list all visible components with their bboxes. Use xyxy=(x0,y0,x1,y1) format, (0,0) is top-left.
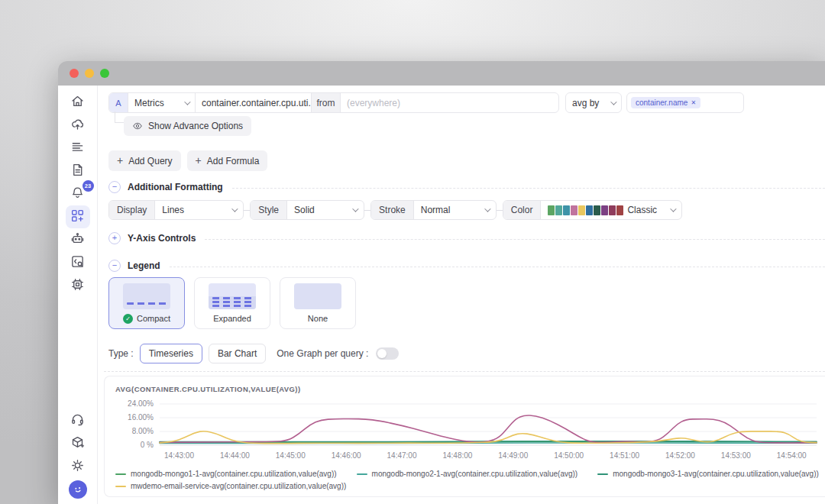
chart-legend: mongodb-mongo1-1-avg(container.cpu.utili… xyxy=(115,470,825,490)
svg-text:14:46:00: 14:46:00 xyxy=(332,451,361,460)
eye-icon xyxy=(132,121,143,131)
legend-item[interactable]: mwdemo-email-service-avg(container.cpu.u… xyxy=(115,482,346,490)
legend-option-none[interactable]: None xyxy=(280,277,356,329)
stroke-select[interactable]: Normal xyxy=(414,205,496,215)
connector-line xyxy=(497,210,503,211)
collapse-icon[interactable] xyxy=(108,181,121,193)
plus-icon xyxy=(196,155,202,166)
type-barchart-button[interactable]: Bar Chart xyxy=(209,344,266,363)
stroke-control: Stroke Normal xyxy=(370,200,497,220)
user-avatar xyxy=(69,480,87,499)
chart-title: AVG(CONTAINER.CPU.UTILIZATION,VALUE(AVG)… xyxy=(115,385,825,393)
yaxis-controls-header: Y-Axis Controls xyxy=(108,232,825,244)
legend-option-compact[interactable]: Compact xyxy=(108,277,185,329)
palette-swatch xyxy=(578,205,585,215)
color-control: Color Classic xyxy=(503,200,683,220)
filter-input[interactable]: (everywhere) xyxy=(341,93,558,112)
close-window-button[interactable] xyxy=(70,69,79,78)
sidebar-item-infrastructure[interactable] xyxy=(66,114,90,137)
from-label: from xyxy=(312,93,341,112)
aggregation-select[interactable]: avg by xyxy=(565,92,622,113)
sidebar-item-alerts[interactable]: 23 xyxy=(66,183,90,205)
svg-text:0 %: 0 % xyxy=(141,441,154,449)
sidebar-item-integrations[interactable] xyxy=(66,432,90,455)
svg-text:14:45:00: 14:45:00 xyxy=(276,451,306,460)
metric-input[interactable]: container.container.cpu.uti... xyxy=(196,93,312,112)
palette-swatch xyxy=(571,205,578,215)
remove-tag-icon[interactable]: ✕ xyxy=(691,99,696,106)
one-graph-per-query-toggle[interactable] xyxy=(376,347,399,360)
color-select[interactable]: Classic xyxy=(541,205,681,215)
sidebar-item-dashboard-builder[interactable] xyxy=(66,205,90,228)
zoom-window-button[interactable] xyxy=(100,69,109,78)
timeseries-plot: 24.00%16.00%8.00%0 %14:43:0014:44:0014:4… xyxy=(115,396,824,464)
headset-icon xyxy=(70,412,85,430)
chevron-down-icon xyxy=(610,99,616,105)
sidebar-item-bot[interactable] xyxy=(66,228,90,251)
sidebar-item-home[interactable] xyxy=(66,91,90,114)
sidebar-item-settings[interactable] xyxy=(66,455,90,478)
code-search-icon xyxy=(70,254,85,272)
sidebar-item-support[interactable] xyxy=(66,409,90,432)
package-icon xyxy=(70,435,85,453)
minimize-window-button[interactable] xyxy=(85,69,94,78)
color-palette xyxy=(548,205,624,215)
app-window: 23 xyxy=(58,61,825,504)
show-advance-options-button[interactable]: Show Advance Options xyxy=(124,116,251,136)
divider xyxy=(232,188,825,189)
palette-swatch xyxy=(616,205,623,215)
svg-text:14:53:00: 14:53:00 xyxy=(721,451,751,460)
chevron-down-icon xyxy=(671,205,677,212)
legend-dash xyxy=(115,486,126,487)
chart-card: AVG(CONTAINER.CPU.UTILIZATION,VALUE(AVG)… xyxy=(104,376,825,497)
svg-text:14:48:00: 14:48:00 xyxy=(442,451,472,460)
connector-line xyxy=(244,210,250,211)
svg-text:24.00%: 24.00% xyxy=(128,399,154,408)
divider xyxy=(205,239,825,240)
sidebar-item-code-search[interactable] xyxy=(66,251,90,274)
legend-dash xyxy=(357,473,367,475)
gear-icon xyxy=(70,458,85,476)
log-lines-icon xyxy=(70,140,85,157)
expand-icon[interactable] xyxy=(108,232,121,244)
palette-swatch xyxy=(548,205,555,215)
divider xyxy=(170,267,825,267)
legend-option-expanded[interactable]: Expanded xyxy=(194,277,270,329)
sidebar-item-logs[interactable] xyxy=(66,137,90,160)
additional-formatting-header: Additional Formatting xyxy=(108,181,825,193)
legend-none-thumbnail xyxy=(294,283,341,309)
legend-expanded-thumbnail xyxy=(209,283,256,309)
desktop-background: 23 xyxy=(0,0,825,504)
check-icon xyxy=(123,314,133,324)
sidebar-item-chip[interactable] xyxy=(66,274,90,297)
add-formula-button[interactable]: Add Formula xyxy=(187,150,268,171)
sidebar-item-reports[interactable] xyxy=(66,160,90,183)
collapse-icon[interactable] xyxy=(108,260,121,272)
document-icon xyxy=(70,163,85,180)
add-query-button[interactable]: Add Query xyxy=(108,150,181,171)
dashboard-builder-icon xyxy=(70,208,85,226)
sidebar-item-account[interactable] xyxy=(66,478,90,501)
legend-item[interactable]: mongodb-mongo1-1-avg(container.cpu.utili… xyxy=(115,470,337,478)
type-timeseries-button[interactable]: Timeseries xyxy=(140,344,202,363)
palette-swatch xyxy=(609,205,616,215)
style-select[interactable]: Solid xyxy=(287,205,364,215)
sidebar: 23 xyxy=(58,86,98,504)
legend-item[interactable]: mongodb-mongo2-1-avg(container.cpu.utili… xyxy=(357,470,578,478)
svg-text:14:44:00: 14:44:00 xyxy=(220,451,250,460)
cloud-upload-icon xyxy=(70,117,85,134)
svg-text:8.00%: 8.00% xyxy=(132,427,154,435)
divider xyxy=(104,371,825,372)
dashboard-builder-panel: A Metrics container.container.cpu.uti...… xyxy=(98,86,825,504)
palette-swatch xyxy=(586,205,593,215)
group-by-field[interactable]: container.name ✕ xyxy=(626,92,744,113)
legend-dash xyxy=(597,473,608,475)
legend-item[interactable]: mongodb-mongo3-1-avg(container.cpu.utili… xyxy=(597,470,819,478)
style-control: Style Solid xyxy=(250,200,364,220)
query-row: A Metrics container.container.cpu.uti...… xyxy=(108,92,825,113)
datasource-select[interactable]: Metrics xyxy=(128,93,196,112)
notification-badge: 23 xyxy=(82,180,94,192)
display-select[interactable]: Lines xyxy=(155,205,243,215)
svg-text:16.00%: 16.00% xyxy=(128,413,154,422)
cpu-chip-icon xyxy=(70,277,85,295)
